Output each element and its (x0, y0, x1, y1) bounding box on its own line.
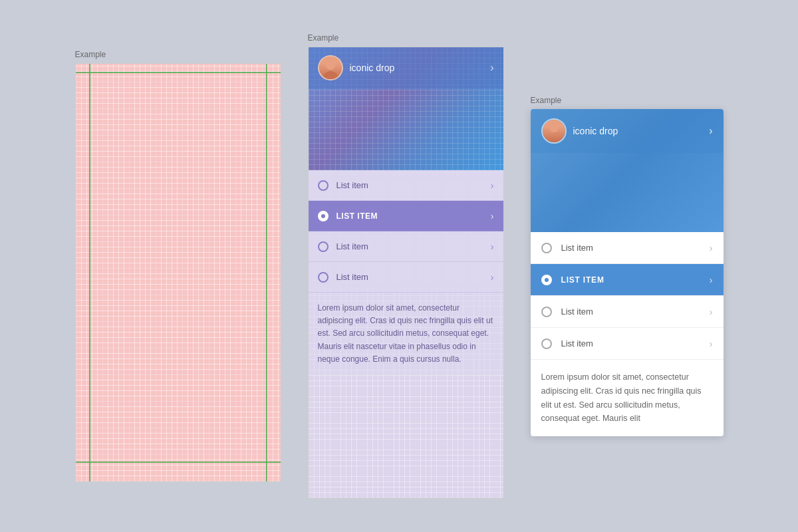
clean-list-item[interactable]: List item › (531, 328, 724, 360)
list-item-text-active: LIST ITEM (336, 211, 491, 221)
radio-icon (318, 241, 329, 252)
list-item-text: List item (336, 272, 491, 282)
design-list: List item › LIST ITEM › List item › (309, 170, 503, 293)
list-item[interactable]: List item › (309, 231, 503, 262)
clean-list-item[interactable]: List item › (531, 296, 724, 328)
example-1-wrapper: Example (75, 50, 281, 482)
panel-grid (75, 63, 281, 482)
clean-chevron-icon: › (710, 307, 713, 317)
design-header-bar[interactable]: iconic drop › (309, 47, 503, 89)
clean-radio-icon (541, 307, 552, 317)
clean-body-text: Lorem ipsum dolor sit amet, consectetur … (541, 370, 713, 426)
design-body-text-section: Lorem ipsum dolor sit amet, consectetur … (309, 293, 503, 375)
panel-design: iconic drop › List item › LIST ITEM › (308, 47, 504, 499)
clean-chevron-icon-active: › (710, 275, 713, 285)
clean-list-item[interactable]: List item › (531, 232, 724, 264)
clean-radio-icon (541, 243, 552, 253)
list-chevron-icon: › (491, 241, 494, 252)
clean-body-section: Lorem ipsum dolor sit amet, consectetur … (531, 360, 724, 436)
clean-header-bar[interactable]: iconic drop › (531, 109, 724, 153)
grid-line-left (89, 64, 90, 481)
grid-line-top (76, 72, 281, 73)
design-header: iconic drop › (309, 47, 503, 170)
clean-radio-icon (541, 338, 552, 349)
example-1-label: Example (75, 50, 106, 59)
body-text: Lorem ipsum dolor sit amet, consectetur … (318, 302, 494, 366)
clean-chevron-icon: › (710, 338, 713, 349)
radio-icon (318, 180, 329, 191)
list-item[interactable]: List item › (309, 170, 503, 201)
clean-item-text: List item (561, 243, 710, 253)
example-2-wrapper: Example iconic drop › List item (308, 33, 504, 499)
list-item-active[interactable]: LIST ITEM › (309, 201, 503, 231)
header-name: iconic drop (350, 63, 491, 73)
clean-avatar (541, 118, 567, 144)
clean-radio-dot (545, 278, 549, 282)
list-item-text: List item (336, 180, 491, 190)
avatar (318, 55, 343, 80)
design-content: iconic drop › List item › LIST ITEM › (309, 47, 503, 375)
chevron-down-icon: › (490, 62, 493, 74)
clean-item-text-active: LIST ITEM (561, 275, 710, 285)
radio-icon-active (318, 211, 329, 221)
clean-list: List item › LIST ITEM › List item › List… (531, 232, 724, 360)
example-2-label: Example (308, 33, 339, 43)
list-item-text: List item (336, 241, 491, 251)
panel-clean: iconic drop › List item › LIST ITEM › Li… (531, 109, 724, 436)
clean-avatar-face (543, 120, 565, 142)
grid-background (76, 64, 281, 481)
grid-line-bottom (76, 462, 281, 463)
list-chevron-icon: › (491, 180, 494, 191)
clean-header-name: iconic drop (573, 126, 710, 136)
avatar-face (319, 57, 342, 79)
list-chevron-icon: › (491, 272, 494, 283)
list-item[interactable]: List item › (309, 262, 503, 293)
clean-radio-icon-active (541, 275, 552, 285)
example-3-label: Example (531, 96, 562, 105)
grid-line-right (266, 64, 267, 481)
example-3-wrapper: Example iconic drop › List item › (531, 96, 724, 436)
clean-list-item-active[interactable]: LIST ITEM › (531, 264, 724, 296)
clean-item-text: List item (561, 338, 710, 348)
chevron-down-icon: › (709, 125, 712, 137)
clean-item-text: List item (561, 307, 710, 317)
radio-icon (318, 272, 329, 283)
list-chevron-icon-active: › (491, 211, 494, 221)
clean-chevron-icon: › (710, 243, 713, 253)
radio-dot (321, 214, 325, 218)
clean-header: iconic drop › (531, 109, 724, 232)
